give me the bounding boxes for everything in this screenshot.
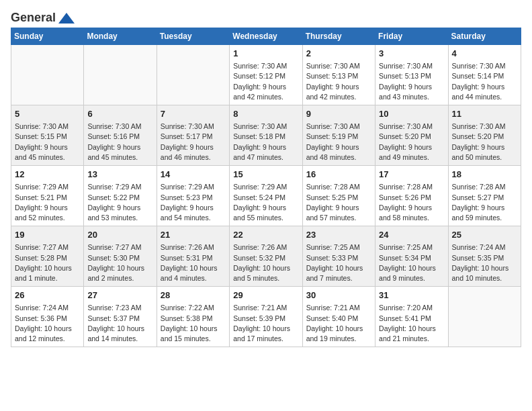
day-info: Sunrise: 7:20 AM Sunset: 5:41 PM Dayligh… [379, 303, 444, 344]
calendar-cell: 8Sunrise: 7:30 AM Sunset: 5:18 PM Daylig… [230, 105, 302, 166]
logo-general: General [11, 11, 56, 25]
day-info: Sunrise: 7:24 AM Sunset: 5:36 PM Dayligh… [15, 303, 80, 344]
day-number: 23 [306, 229, 371, 241]
calendar-cell: 12Sunrise: 7:29 AM Sunset: 5:21 PM Dayli… [11, 166, 84, 226]
calendar-cell: 24Sunrise: 7:25 AM Sunset: 5:34 PM Dayli… [375, 226, 448, 287]
day-info: Sunrise: 7:28 AM Sunset: 5:25 PM Dayligh… [306, 182, 371, 223]
day-info: Sunrise: 7:30 AM Sunset: 5:17 PM Dayligh… [161, 122, 226, 163]
calendar-week-1: 1Sunrise: 7:30 AM Sunset: 5:12 PM Daylig… [11, 45, 521, 105]
day-number: 25 [452, 229, 517, 241]
calendar-cell: 23Sunrise: 7:25 AM Sunset: 5:33 PM Dayli… [302, 226, 375, 287]
day-info: Sunrise: 7:30 AM Sunset: 5:16 PM Dayligh… [87, 122, 152, 163]
calendar-cell [11, 45, 84, 105]
weekday-header-wednesday: Wednesday [230, 28, 302, 45]
header: General [11, 11, 521, 22]
day-number: 15 [233, 169, 298, 181]
day-info: Sunrise: 7:30 AM Sunset: 5:13 PM Dayligh… [379, 61, 444, 102]
weekday-header-sunday: Sunday [11, 28, 84, 45]
day-info: Sunrise: 7:30 AM Sunset: 5:19 PM Dayligh… [306, 122, 371, 163]
day-info: Sunrise: 7:30 AM Sunset: 5:20 PM Dayligh… [452, 122, 517, 163]
calendar-cell: 30Sunrise: 7:21 AM Sunset: 5:40 PM Dayli… [302, 287, 375, 347]
day-number: 4 [452, 48, 517, 60]
day-number: 28 [161, 289, 226, 302]
day-number: 8 [233, 108, 298, 120]
weekday-header-thursday: Thursday [302, 28, 375, 45]
day-info: Sunrise: 7:30 AM Sunset: 5:15 PM Dayligh… [15, 122, 80, 163]
day-number: 2 [306, 48, 371, 60]
calendar-cell: 17Sunrise: 7:28 AM Sunset: 5:26 PM Dayli… [375, 166, 448, 226]
calendar-cell: 11Sunrise: 7:30 AM Sunset: 5:20 PM Dayli… [448, 105, 521, 166]
calendar-week-3: 12Sunrise: 7:29 AM Sunset: 5:21 PM Dayli… [11, 166, 521, 226]
calendar-cell: 25Sunrise: 7:24 AM Sunset: 5:35 PM Dayli… [448, 226, 521, 287]
day-number: 31 [379, 289, 444, 302]
calendar-cell: 13Sunrise: 7:29 AM Sunset: 5:22 PM Dayli… [84, 166, 157, 226]
calendar-cell: 22Sunrise: 7:26 AM Sunset: 5:32 PM Dayli… [230, 226, 302, 287]
day-number: 20 [87, 229, 152, 241]
day-info: Sunrise: 7:30 AM Sunset: 5:13 PM Dayligh… [306, 61, 371, 102]
day-number: 19 [15, 229, 80, 241]
logo-icon [57, 11, 76, 25]
calendar-cell: 2Sunrise: 7:30 AM Sunset: 5:13 PM Daylig… [302, 45, 375, 105]
weekday-header-saturday: Saturday [448, 28, 521, 45]
day-number: 3 [379, 48, 444, 60]
day-info: Sunrise: 7:27 AM Sunset: 5:28 PM Dayligh… [15, 242, 80, 283]
day-info: Sunrise: 7:24 AM Sunset: 5:35 PM Dayligh… [452, 242, 517, 283]
calendar-cell: 7Sunrise: 7:30 AM Sunset: 5:17 PM Daylig… [157, 105, 229, 166]
day-info: Sunrise: 7:28 AM Sunset: 5:27 PM Dayligh… [452, 182, 517, 223]
calendar-cell: 1Sunrise: 7:30 AM Sunset: 5:12 PM Daylig… [230, 45, 302, 105]
calendar-cell: 10Sunrise: 7:30 AM Sunset: 5:20 PM Dayli… [375, 105, 448, 166]
day-info: Sunrise: 7:25 AM Sunset: 5:34 PM Dayligh… [379, 242, 444, 283]
calendar-cell: 3Sunrise: 7:30 AM Sunset: 5:13 PM Daylig… [375, 45, 448, 105]
calendar-week-2: 5Sunrise: 7:30 AM Sunset: 5:15 PM Daylig… [11, 105, 521, 166]
calendar-week-4: 19Sunrise: 7:27 AM Sunset: 5:28 PM Dayli… [11, 226, 521, 287]
calendar-cell: 26Sunrise: 7:24 AM Sunset: 5:36 PM Dayli… [11, 287, 84, 347]
calendar-cell [157, 45, 229, 105]
calendar-cell: 15Sunrise: 7:29 AM Sunset: 5:24 PM Dayli… [230, 166, 302, 226]
calendar-table: SundayMondayTuesdayWednesdayThursdayFrid… [11, 28, 521, 347]
day-info: Sunrise: 7:23 AM Sunset: 5:37 PM Dayligh… [87, 303, 152, 344]
calendar-week-5: 26Sunrise: 7:24 AM Sunset: 5:36 PM Dayli… [11, 287, 521, 347]
day-info: Sunrise: 7:30 AM Sunset: 5:20 PM Dayligh… [379, 122, 444, 163]
day-info: Sunrise: 7:29 AM Sunset: 5:21 PM Dayligh… [15, 182, 80, 223]
logo: General [11, 11, 76, 22]
day-number: 17 [379, 169, 444, 181]
day-number: 7 [161, 108, 226, 120]
day-number: 11 [452, 108, 517, 120]
day-number: 24 [379, 229, 444, 241]
day-number: 16 [306, 169, 371, 181]
calendar-cell: 31Sunrise: 7:20 AM Sunset: 5:41 PM Dayli… [375, 287, 448, 347]
svg-marker-0 [58, 13, 75, 24]
calendar-cell: 14Sunrise: 7:29 AM Sunset: 5:23 PM Dayli… [157, 166, 229, 226]
day-info: Sunrise: 7:29 AM Sunset: 5:24 PM Dayligh… [233, 182, 298, 223]
day-info: Sunrise: 7:26 AM Sunset: 5:31 PM Dayligh… [161, 242, 226, 283]
calendar-cell: 9Sunrise: 7:30 AM Sunset: 5:19 PM Daylig… [302, 105, 375, 166]
weekday-header-friday: Friday [375, 28, 448, 45]
day-info: Sunrise: 7:21 AM Sunset: 5:39 PM Dayligh… [233, 303, 298, 344]
day-info: Sunrise: 7:30 AM Sunset: 5:18 PM Dayligh… [233, 122, 298, 163]
day-number: 18 [452, 169, 517, 181]
weekday-header-tuesday: Tuesday [157, 28, 229, 45]
calendar-cell: 19Sunrise: 7:27 AM Sunset: 5:28 PM Dayli… [11, 226, 84, 287]
day-info: Sunrise: 7:30 AM Sunset: 5:12 PM Dayligh… [233, 61, 298, 102]
day-info: Sunrise: 7:27 AM Sunset: 5:30 PM Dayligh… [87, 242, 152, 283]
day-info: Sunrise: 7:28 AM Sunset: 5:26 PM Dayligh… [379, 182, 444, 223]
calendar-cell [84, 45, 157, 105]
day-info: Sunrise: 7:29 AM Sunset: 5:23 PM Dayligh… [161, 182, 226, 223]
calendar-cell: 16Sunrise: 7:28 AM Sunset: 5:25 PM Dayli… [302, 166, 375, 226]
day-number: 14 [161, 169, 226, 181]
calendar-cell: 21Sunrise: 7:26 AM Sunset: 5:31 PM Dayli… [157, 226, 229, 287]
day-info: Sunrise: 7:22 AM Sunset: 5:38 PM Dayligh… [161, 303, 226, 344]
day-number: 27 [87, 289, 152, 302]
weekday-header-row: SundayMondayTuesdayWednesdayThursdayFrid… [11, 28, 521, 45]
calendar-cell: 20Sunrise: 7:27 AM Sunset: 5:30 PM Dayli… [84, 226, 157, 287]
day-number: 10 [379, 108, 444, 120]
calendar-cell: 5Sunrise: 7:30 AM Sunset: 5:15 PM Daylig… [11, 105, 84, 166]
day-number: 5 [15, 108, 80, 120]
calendar-cell: 28Sunrise: 7:22 AM Sunset: 5:38 PM Dayli… [157, 287, 229, 347]
day-number: 22 [233, 229, 298, 241]
day-number: 9 [306, 108, 371, 120]
day-number: 21 [161, 229, 226, 241]
day-number: 1 [233, 48, 298, 60]
calendar-cell: 4Sunrise: 7:30 AM Sunset: 5:14 PM Daylig… [448, 45, 521, 105]
calendar-cell [448, 287, 521, 347]
